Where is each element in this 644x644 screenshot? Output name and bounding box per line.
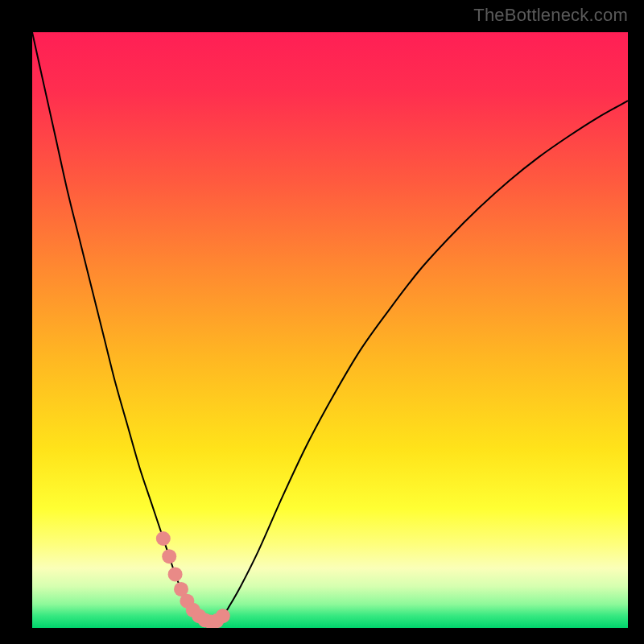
chart-frame: TheBottleneck.com	[0, 0, 644, 644]
plot-area	[32, 32, 628, 628]
curve-marker	[156, 531, 171, 546]
watermark-text: TheBottleneck.com	[473, 5, 628, 26]
bottleneck-curve	[32, 32, 628, 628]
curve-marker	[216, 609, 230, 623]
curve-marker	[168, 567, 183, 581]
curve-marker	[162, 549, 176, 564]
